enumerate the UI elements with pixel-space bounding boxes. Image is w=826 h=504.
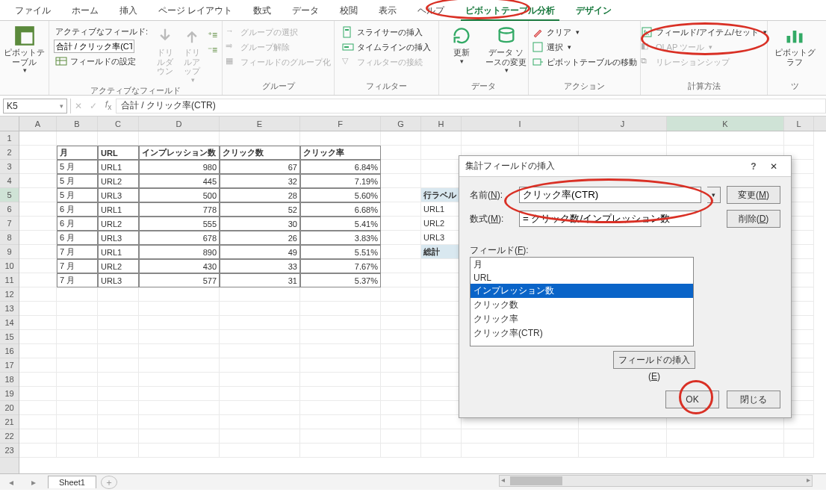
cell-G14[interactable] xyxy=(381,316,421,330)
cell-L22[interactable] xyxy=(784,429,814,444)
cell-H1[interactable] xyxy=(421,131,462,146)
cell-C9[interactable]: URL1 xyxy=(98,245,139,259)
cell-F6[interactable]: 6.68% xyxy=(300,202,381,217)
delete-button[interactable]: 削除(D) xyxy=(727,210,780,228)
field-list-item[interactable]: クリック率 xyxy=(471,312,693,326)
cell-C8[interactable]: URL3 xyxy=(98,231,139,245)
cell-E22[interactable] xyxy=(220,429,300,444)
cell-H11[interactable] xyxy=(421,273,462,287)
cell-D7[interactable]: 555 xyxy=(139,217,220,231)
horizontal-scrollbar[interactable]: ◂ ▸ xyxy=(499,475,813,487)
cell-G20[interactable] xyxy=(381,401,421,415)
col-header-I[interactable]: I xyxy=(462,116,579,131)
cell-H6[interactable]: URL1 xyxy=(421,202,462,217)
row-header-18[interactable]: 18 xyxy=(0,373,19,387)
cell-F4[interactable]: 7.19% xyxy=(300,174,381,188)
cell-H14[interactable] xyxy=(421,316,462,330)
cell-F18[interactable] xyxy=(300,373,381,387)
cell-C15[interactable] xyxy=(98,330,139,344)
cell-L23[interactable] xyxy=(784,444,814,458)
tab-data[interactable]: データ xyxy=(282,1,329,20)
cell-H15[interactable] xyxy=(421,330,462,344)
sheet-nav-last-icon[interactable]: ▸ xyxy=(31,477,36,488)
cell-D3[interactable]: 980 xyxy=(139,160,220,174)
cell-A13[interactable] xyxy=(19,302,57,316)
row-header-6[interactable]: 6 xyxy=(0,202,19,217)
cell-G13[interactable] xyxy=(381,302,421,316)
cell-E11[interactable]: 31 xyxy=(220,273,300,287)
expand-field-icon[interactable]: ⁺≡ xyxy=(208,30,217,40)
cell-F5[interactable]: 5.60% xyxy=(300,188,381,202)
row-header-8[interactable]: 8 xyxy=(0,231,19,245)
row-header-10[interactable]: 10 xyxy=(0,259,19,273)
cell-A20[interactable] xyxy=(19,401,57,415)
cell-F7[interactable]: 5.41% xyxy=(300,217,381,231)
cell-G12[interactable] xyxy=(381,287,421,302)
cell-A11[interactable] xyxy=(19,273,57,287)
cell-F3[interactable]: 6.84% xyxy=(300,160,381,174)
cell-H13[interactable] xyxy=(421,302,462,316)
cell-F11[interactable]: 5.37% xyxy=(300,273,381,287)
cell-G22[interactable] xyxy=(381,429,421,444)
cell-C20[interactable] xyxy=(98,401,139,415)
row-header-15[interactable]: 15 xyxy=(0,330,19,344)
cell-H3[interactable] xyxy=(421,160,462,174)
cell-C22[interactable] xyxy=(98,429,139,444)
cell-J22[interactable] xyxy=(579,429,667,444)
fields-listbox[interactable]: 月URLインプレッション数クリック数クリック率クリック率(CTR) xyxy=(470,257,694,346)
cell-C12[interactable] xyxy=(98,287,139,302)
cell-G15[interactable] xyxy=(381,330,421,344)
tab-insert[interactable]: 挿入 xyxy=(109,1,148,20)
tab-view[interactable]: 表示 xyxy=(368,1,407,20)
enter-formula-icon[interactable]: ✓ xyxy=(86,101,101,111)
cell-F21[interactable] xyxy=(300,415,381,429)
cell-D6[interactable]: 778 xyxy=(139,202,220,217)
formula-input[interactable]: 合計 / クリック率(CTR) xyxy=(116,99,826,113)
cell-A2[interactable] xyxy=(19,146,57,160)
cell-G3[interactable] xyxy=(381,160,421,174)
row-header-17[interactable]: 17 xyxy=(0,358,19,373)
ok-button[interactable]: OK xyxy=(665,391,719,408)
cell-D20[interactable] xyxy=(139,401,220,415)
cell-D22[interactable] xyxy=(139,429,220,444)
fields-items-sets[interactable]: fxフィールド/アイテム/セット xyxy=(639,25,768,39)
cell-E14[interactable] xyxy=(220,316,300,330)
cell-G1[interactable] xyxy=(381,131,421,146)
cell-D16[interactable] xyxy=(139,344,220,358)
cell-D4[interactable]: 445 xyxy=(139,174,220,188)
row-header-2[interactable]: 2 xyxy=(0,146,19,160)
cell-A18[interactable] xyxy=(19,373,57,387)
cell-B21[interactable] xyxy=(57,415,98,429)
cell-F12[interactable] xyxy=(300,287,381,302)
cell-F22[interactable] xyxy=(300,429,381,444)
cell-B15[interactable] xyxy=(57,330,98,344)
formula-field-input[interactable] xyxy=(519,211,701,227)
close-button[interactable]: 閉じる xyxy=(727,391,780,408)
cell-K1[interactable] xyxy=(667,131,784,146)
cell-G8[interactable] xyxy=(381,231,421,245)
cell-E15[interactable] xyxy=(220,330,300,344)
cell-A12[interactable] xyxy=(19,287,57,302)
cell-C16[interactable] xyxy=(98,344,139,358)
cell-G16[interactable] xyxy=(381,344,421,358)
select-button[interactable]: 選択 xyxy=(530,40,639,54)
cell-H16[interactable] xyxy=(421,344,462,358)
cell-A17[interactable] xyxy=(19,358,57,373)
col-header-K[interactable]: K xyxy=(667,116,784,131)
cell-F23[interactable] xyxy=(300,444,381,458)
cell-A10[interactable] xyxy=(19,259,57,273)
collapse-field-icon[interactable]: ⁻≡ xyxy=(208,45,217,55)
cell-E2[interactable]: クリック数 xyxy=(220,146,300,160)
tab-formulas[interactable]: 数式 xyxy=(243,1,282,20)
name-box-dropdown-icon[interactable]: ▾ xyxy=(60,102,63,110)
scroll-right-icon[interactable]: ▸ xyxy=(807,476,810,484)
cell-B8[interactable]: 6 月 xyxy=(57,231,98,245)
col-header-D[interactable]: D xyxy=(139,116,220,131)
cell-E12[interactable] xyxy=(220,287,300,302)
cell-K23[interactable] xyxy=(667,444,784,458)
cancel-formula-icon[interactable]: ✕ xyxy=(71,101,86,111)
cell-F15[interactable] xyxy=(300,330,381,344)
cell-A21[interactable] xyxy=(19,415,57,429)
cell-B23[interactable] xyxy=(57,444,98,458)
name-box[interactable]: K5 ▾ xyxy=(3,99,67,113)
